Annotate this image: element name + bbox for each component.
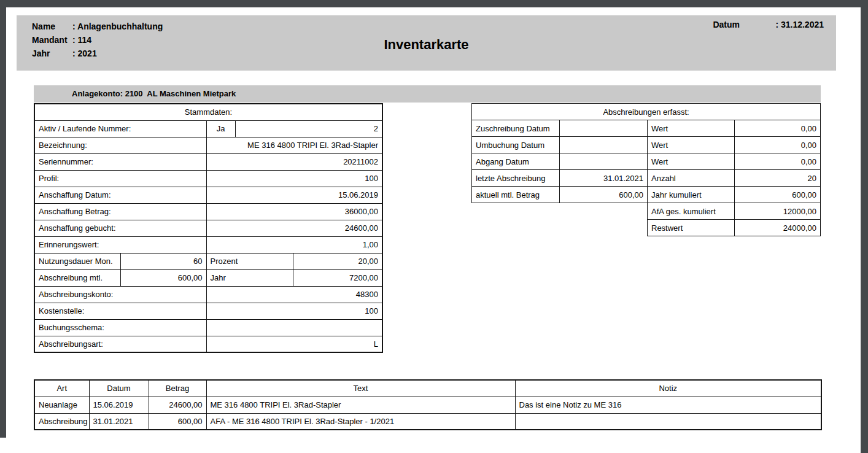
art-cell: Neuanlage — [34, 397, 89, 413]
date-value: : 31.12.2021 — [775, 20, 824, 29]
header-cell-datum: Datum — [89, 380, 149, 397]
value-cell: 0,00 — [735, 137, 821, 153]
label-cell: Anschaffung Datum: — [34, 187, 206, 203]
stammdaten-table: Stammdaten: Aktiv / Laufende Nummer:Ja2 … — [34, 103, 383, 353]
date-label: Datum — [713, 20, 775, 29]
label-cell: Abschreibungsart: — [34, 336, 206, 352]
empty-cell — [472, 220, 560, 236]
table-row: Anschaffung Datum:15.06.2019 — [34, 187, 382, 203]
label-cell: Profil: — [34, 170, 206, 187]
label-cell: Wert — [648, 153, 735, 170]
value-cell: 24000,00 — [735, 220, 821, 236]
table-row: Abschreibung mtl.600,00Jahr7200,00 — [34, 269, 382, 286]
table-row: Anschaffung gebucht:24600,00 — [34, 220, 382, 236]
value-cell: 48300 — [206, 286, 382, 303]
label-cell: Aktiv / Laufende Nummer: — [34, 120, 206, 137]
header-cell-betrag: Betrag — [149, 380, 206, 397]
table-row: aktuell mtl. Betrag600,00Jahr kumuliert6… — [472, 187, 821, 203]
value-cell: 600,00 — [120, 269, 206, 286]
label-cell: Anschaffung gebucht: — [34, 220, 206, 236]
table-row: Bezeichnung:ME 316 4800 TRIPI El. 3Rad-S… — [34, 137, 382, 153]
value-cell: 600,00 — [735, 187, 821, 203]
abschreibungen-table: Abschreibungen erfasst: Zuschreibung Dat… — [471, 103, 821, 236]
table-row: Umbuchung DatumWert0,00 — [472, 137, 821, 153]
value-cell: 20,00 — [293, 253, 382, 269]
art-cell: Abschreibung — [34, 413, 89, 430]
label-cell: Wert — [648, 137, 735, 153]
label-cell: Zuschreibung Datum — [472, 120, 560, 137]
header-cell-text: Text — [206, 380, 515, 397]
label-cell: Wert — [648, 120, 735, 137]
flag-cell: Ja — [206, 120, 235, 137]
header-cell-art: Art — [34, 380, 89, 397]
empty-cell — [560, 220, 648, 236]
table-row: AfA ges. kumuliert12000,00 — [472, 203, 821, 220]
value-cell — [560, 137, 648, 153]
table-header-row: Art Datum Betrag Text Notiz — [34, 380, 821, 397]
meta-name-value: : Anlagenbuchhaltung — [72, 21, 163, 31]
value-cell: L — [206, 336, 382, 352]
value-cell: 20 — [735, 170, 821, 187]
table-row: Restwert24000,00 — [472, 220, 821, 236]
label-cell: aktuell mtl. Betrag — [472, 187, 560, 203]
value-cell: 100 — [206, 170, 382, 187]
table-row: Zuschreibung DatumWert0,00 — [472, 120, 821, 137]
meta-name-label: Name — [32, 20, 72, 33]
value-cell: ME 316 4800 TRIPI El. 3Rad-Stapler — [206, 137, 382, 153]
value-cell: 1,00 — [206, 236, 382, 253]
empty-cell — [472, 203, 560, 220]
text-cell: ME 316 4800 TRIPI El. 3Rad-Stapler — [206, 397, 515, 413]
value-cell: 20211002 — [206, 153, 382, 170]
table-row: letzte Abschreibung31.01.2021Anzahl20 — [472, 170, 821, 187]
value-cell: 7200,00 — [293, 269, 382, 286]
table-row: Erinnerungswert:1,00 — [34, 236, 382, 253]
value-cell: 0,00 — [735, 120, 821, 137]
label-cell: Bezeichnung: — [34, 137, 206, 153]
label-cell: AfA ges. kumuliert — [648, 203, 735, 220]
table-row: Abgang DatumWert0,00 — [472, 153, 821, 170]
value-cell — [560, 153, 648, 170]
label-cell: Jahr kumuliert — [648, 187, 735, 203]
table-header-row: Abschreibungen erfasst: — [472, 104, 821, 120]
betrag-cell: 600,00 — [149, 413, 206, 430]
label-cell: Erinnerungswert: — [34, 236, 206, 253]
value-cell: 15.06.2019 — [206, 187, 382, 203]
table-row: Kostenstelle:100 — [34, 303, 382, 319]
meta-name-line: Name: Anlagenbuchhaltung — [32, 20, 163, 33]
label-cell: Jahr — [206, 269, 293, 286]
notiz-cell — [515, 413, 821, 430]
table-row: Profil:100 — [34, 170, 382, 187]
label-cell: letzte Abschreibung — [472, 170, 560, 187]
betrag-cell: 24600,00 — [149, 397, 206, 413]
value-cell — [206, 319, 382, 336]
value-cell — [560, 120, 648, 137]
value-cell: 12000,00 — [735, 203, 821, 220]
report-date-block: Datum: 31.12.2021 — [713, 20, 824, 29]
table-row: Neuanlage 15.06.2019 24600,00 ME 316 480… — [34, 397, 821, 413]
value-cell: 24600,00 — [206, 220, 382, 236]
label-cell: Abschreibungskonto: — [34, 286, 206, 303]
label-cell: Anzahl — [648, 170, 735, 187]
table-row: Seriennummer:20211002 — [34, 153, 382, 170]
label-cell: Restwert — [648, 220, 735, 236]
table-row: Abschreibung 31.01.2021 600,00 AFA - ME … — [34, 413, 821, 430]
label-cell: Anschaffung Betrag: — [34, 203, 206, 220]
value-cell: 31.01.2021 — [560, 170, 648, 187]
label-cell: Abgang Datum — [472, 153, 560, 170]
table-header-row: Stammdaten: — [34, 104, 382, 120]
label-cell: Kostenstelle: — [34, 303, 206, 319]
datum-cell: 31.01.2021 — [89, 413, 149, 430]
header-cell-notiz: Notiz — [515, 380, 821, 397]
table-row: Abschreibungsart:L — [34, 336, 382, 352]
empty-cell — [560, 203, 648, 220]
page-title: Inventarkarte — [17, 37, 836, 53]
value-cell: 36000,00 — [206, 203, 382, 220]
abschreibungen-title-cell: Abschreibungen erfasst: — [472, 104, 821, 120]
label-cell: Seriennummer: — [34, 153, 206, 170]
text-cell: AFA - ME 316 4800 TRIPI El. 3Rad-Stapler… — [206, 413, 515, 430]
transactions-table: Art Datum Betrag Text Notiz Neuanlage 15… — [34, 379, 822, 430]
value-cell: 2 — [235, 120, 382, 137]
label-cell: Umbuchung Datum — [472, 137, 560, 153]
label-cell: Prozent — [206, 253, 293, 269]
value-cell: 600,00 — [560, 187, 648, 203]
